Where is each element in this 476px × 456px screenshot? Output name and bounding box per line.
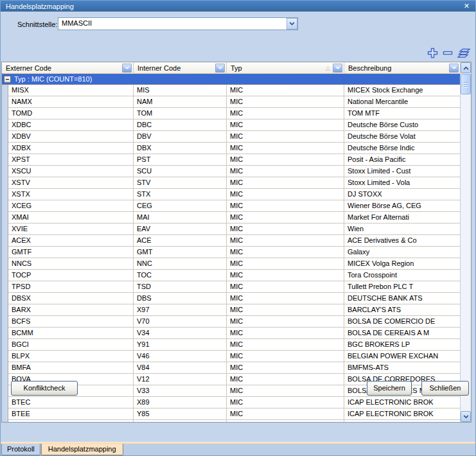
scroll-down-button[interactable]	[461, 411, 471, 422]
cell-beschreibung[interactable]: MICEX Stock Exchange	[344, 85, 460, 96]
filter-dropdown-button[interactable]	[215, 64, 225, 73]
table-row[interactable]: BLPX V46 MIC BELGIAN POWER EXCHAN	[2, 351, 460, 362]
cell-typ[interactable]: MIC	[227, 166, 344, 177]
table-row[interactable]: BCMM V34 MIC BOLSA DE CEREAIS A M	[2, 328, 460, 339]
cell-interner-code[interactable]: X89	[134, 397, 227, 408]
cell-interner-code[interactable]: V84	[134, 362, 227, 374]
cell-interner-code[interactable]: Y91	[134, 339, 227, 351]
cell-typ[interactable]: MIC	[227, 339, 344, 351]
cell-typ[interactable]: MIC	[227, 96, 344, 108]
table-row[interactable]: DBSX DBS MIC DEUTSCHE BANK ATS	[2, 293, 460, 304]
cell-externer-code[interactable]: MISX	[8, 85, 134, 96]
cell-externer-code[interactable]: XDBC	[8, 119, 134, 131]
table-row[interactable]: XVIE EAV MIC Wien	[2, 224, 460, 235]
cell-interner-code[interactable]: TOM	[134, 108, 227, 119]
cell-beschreibung[interactable]: BELGIAN POWER EXCHAN	[344, 351, 460, 362]
cell-beschreibung[interactable]: ICAP ELECTRONIC BROK	[344, 397, 460, 408]
cell-typ[interactable]: MIC	[227, 316, 344, 328]
close-icon[interactable]: ✕	[464, 3, 470, 10]
cell-typ[interactable]: MIC	[227, 281, 344, 293]
table-row[interactable]: XSTX STX MIC DJ STOXX	[2, 189, 460, 200]
cell-externer-code[interactable]: XDBX	[8, 143, 134, 154]
filter-dropdown-button[interactable]	[449, 64, 459, 73]
cell-beschreibung[interactable]: Deutsche Börse Indic	[344, 143, 460, 154]
cell-typ[interactable]: MIC	[227, 224, 344, 235]
cell-typ[interactable]: MIC	[227, 119, 344, 131]
cell-typ[interactable]: MIC	[227, 154, 344, 166]
speichern-button[interactable]: Speichern	[367, 381, 412, 396]
cell-beschreibung[interactable]	[344, 420, 460, 422]
cell-externer-code[interactable]: BMFA	[8, 362, 134, 374]
cell-typ[interactable]: MIC	[227, 258, 344, 270]
cell-externer-code[interactable]: XDBV	[8, 131, 134, 143]
cell-beschreibung[interactable]: Stoxx Limited - Vola	[344, 177, 460, 189]
cell-beschreibung[interactable]: Tora Crosspoint	[344, 270, 460, 281]
cell-typ[interactable]: MIC	[227, 270, 344, 281]
cell-interner-code[interactable]: V34	[134, 328, 227, 339]
filter-dropdown-button[interactable]	[122, 64, 132, 73]
cell-beschreibung[interactable]: BGC BROKERS LP	[344, 339, 460, 351]
cell-typ[interactable]: MIC	[227, 362, 344, 374]
cell-typ[interactable]: MIC	[227, 143, 344, 154]
cell-externer-code[interactable]: BLPX	[8, 351, 134, 362]
cell-externer-code[interactable]: BCMM	[8, 328, 134, 339]
table-row[interactable]: XMAI MAI MIC Market For Alternati	[2, 212, 460, 224]
table-row[interactable]: TPSD TSD MIC Tullett Prebon PLC T	[2, 281, 460, 293]
cell-typ[interactable]: MIC	[227, 408, 344, 420]
cell-beschreibung[interactable]: TOM MTF	[344, 108, 460, 119]
cell-externer-code[interactable]: XCEG	[8, 200, 134, 212]
cell-externer-code[interactable]: NNCS	[8, 258, 134, 270]
cell-beschreibung[interactable]: ICAP ELECTRONIC BROK	[344, 408, 460, 420]
cell-externer-code[interactable]: XSCU	[8, 166, 134, 177]
cell-interner-code[interactable]: NAM	[134, 96, 227, 108]
cell-interner-code[interactable]: MAI	[134, 212, 227, 224]
cell-interner-code[interactable]: CEG	[134, 200, 227, 212]
table-row[interactable]: XSTV STV MIC Stoxx Limited - Vola	[2, 177, 460, 189]
table-row[interactable]: NAMX NAM MIC National Mercantile	[2, 96, 460, 108]
cell-typ[interactable]: MIC	[227, 235, 344, 247]
cell-interner-code[interactable]: X97	[134, 304, 227, 316]
cell-externer-code[interactable]: BTEC	[8, 397, 134, 408]
cell-externer-code[interactable]: ACEX	[8, 235, 134, 247]
cell-externer-code[interactable]: NAMX	[8, 96, 134, 108]
cell-interner-code[interactable]: V46	[134, 351, 227, 362]
cell-interner-code[interactable]: DBX	[134, 143, 227, 154]
cell-interner-code[interactable]	[134, 420, 227, 422]
cell-beschreibung[interactable]: Galaxy	[344, 247, 460, 258]
group-row[interactable]: Typ : MIC (COUNT=810)	[2, 74, 460, 85]
remove-icon[interactable]	[443, 48, 453, 58]
cell-beschreibung[interactable]: Market For Alternati	[344, 212, 460, 224]
cell-interner-code[interactable]: Y85	[134, 408, 227, 420]
cell-externer-code[interactable]: XVIE	[8, 224, 134, 235]
table-row[interactable]: BGCI Y91 MIC BGC BROKERS LP	[2, 339, 460, 351]
column-header[interactable]: Beschreibung △	[344, 62, 460, 73]
cell-beschreibung[interactable]: Wiener Börse AG, CEG	[344, 200, 460, 212]
interface-combobox-value[interactable]: MMASCII	[58, 18, 286, 30]
cell-beschreibung[interactable]: Deutsche Börse Volat	[344, 131, 460, 143]
cell-interner-code[interactable]: ACE	[134, 235, 227, 247]
combobox-dropdown-button[interactable]	[286, 18, 297, 30]
cell-typ[interactable]: MIC	[227, 108, 344, 119]
scrollbar-thumb[interactable]	[461, 74, 471, 94]
cell-externer-code[interactable]: XSTV	[8, 177, 134, 189]
cell-typ[interactable]: MIC	[227, 85, 344, 96]
cell-beschreibung[interactable]: BOLSA DE CEREAIS A M	[344, 328, 460, 339]
cell-beschreibung[interactable]: Stoxx Limited - Cust	[344, 166, 460, 177]
cell-beschreibung[interactable]: BMFMS-ATS	[344, 362, 460, 374]
column-header[interactable]: Externer Code △	[2, 62, 134, 73]
vertical-scrollbar[interactable]	[460, 62, 471, 422]
scrollbar-track[interactable]	[461, 94, 471, 411]
cell-typ[interactable]: MIC	[227, 177, 344, 189]
cell-interner-code[interactable]: DBS	[134, 293, 227, 304]
table-row[interactable]: BARX X97 MIC BARCLAY'S ATS	[2, 304, 460, 316]
cell-externer-code[interactable]: XSTX	[8, 189, 134, 200]
cell-typ[interactable]: MIC	[227, 328, 344, 339]
add-icon[interactable]	[427, 48, 438, 58]
cell-externer-code[interactable]: XPST	[8, 154, 134, 166]
collapse-group-icon[interactable]	[4, 76, 11, 83]
column-header[interactable]: Typ △	[227, 62, 344, 73]
table-row[interactable]: BMFA V84 MIC BMFMS-ATS	[2, 362, 460, 374]
cell-interner-code[interactable]: STV	[134, 177, 227, 189]
cell-beschreibung[interactable]: National Mercantile	[344, 96, 460, 108]
table-row[interactable]: XDBX DBX MIC Deutsche Börse Indic	[2, 143, 460, 154]
